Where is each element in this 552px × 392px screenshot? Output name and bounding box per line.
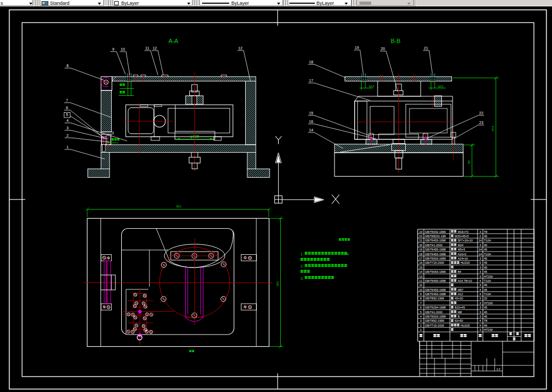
- svg-text:1:3: 1:3: [497, 368, 500, 371]
- svg-text:50: 50: [467, 160, 471, 164]
- svg-text:4: 4: [479, 288, 481, 291]
- svg-text:21: 21: [424, 46, 428, 50]
- svg-text:T10A: T10A: [484, 279, 491, 282]
- svg-text:14: 14: [479, 248, 482, 251]
- svg-text:2.: 2.: [300, 264, 304, 268]
- svg-text:T10A: T10A: [484, 293, 491, 296]
- svg-text:23: 23: [419, 230, 422, 233]
- svg-text:T10A: T10A: [484, 239, 491, 242]
- svg-text:GB/T6453-1998: GB/T6453-1998: [425, 293, 446, 296]
- svg-text:10: 10: [419, 288, 422, 291]
- svg-text:45: 45: [484, 315, 487, 318]
- svg-text:6: 6: [66, 106, 68, 110]
- svg-text:HLD25: HLD25: [461, 324, 470, 327]
- svg-text:4: 4: [66, 119, 69, 122]
- svg-text:3: 3: [479, 275, 481, 278]
- svg-text:A24×10: A24×10: [458, 257, 468, 260]
- svg-text:3: 3: [479, 306, 481, 309]
- svg-text:11: 11: [145, 46, 149, 50]
- svg-text:GB/T892-1999: GB/T892-1999: [425, 297, 444, 300]
- svg-text:4: 4: [420, 315, 422, 318]
- svg-text:A16 78×10: A16 78×10: [458, 279, 472, 282]
- svg-text:20: 20: [381, 47, 385, 51]
- svg-text:2: 2: [479, 235, 481, 238]
- svg-text:HT200: HT200: [484, 275, 493, 278]
- svg-text:45: 45: [484, 311, 487, 314]
- svg-text:3: 3: [479, 315, 481, 318]
- svg-text:4: 4: [479, 293, 481, 296]
- svg-text:3: 3: [479, 297, 481, 300]
- svg-text:M67: M67: [458, 288, 464, 291]
- svg-text:M16×70: M16×70: [458, 230, 469, 233]
- svg-text:45: 45: [484, 257, 487, 260]
- svg-text:19: 19: [355, 46, 359, 49]
- svg-text:3: 3: [479, 328, 481, 331]
- svg-text:9: 9: [420, 293, 422, 296]
- svg-text:1: 1: [420, 328, 422, 331]
- svg-text:12: 12: [419, 279, 422, 282]
- svg-text:7: 7: [420, 302, 422, 305]
- svg-text:9: 9: [112, 47, 114, 51]
- svg-text:20: 20: [484, 297, 487, 300]
- svg-text:3: 3: [479, 257, 481, 260]
- svg-text:T8: T8: [484, 319, 487, 322]
- svg-text:M24: M24: [458, 244, 464, 247]
- svg-text:2: 2: [66, 134, 69, 137]
- svg-text:5: 5: [66, 113, 68, 116]
- svg-text:3: 3: [479, 311, 481, 314]
- svg-text:23: 23: [479, 121, 483, 124]
- svg-text:45: 45: [484, 261, 487, 264]
- svg-text:M20×45×5: M20×45×5: [455, 235, 469, 238]
- svg-text:3: 3: [66, 126, 69, 130]
- svg-text:22: 22: [419, 235, 422, 238]
- svg-text:16: 16: [309, 120, 313, 123]
- svg-text:4: 4: [479, 319, 481, 322]
- svg-text:GB/T715-2000: GB/T715-2000: [425, 324, 444, 327]
- svg-text:1.: 1.: [300, 252, 304, 256]
- svg-text:1: 1: [66, 145, 69, 149]
- svg-text:6: 6: [479, 261, 481, 264]
- svg-text:GB/T41-2000: GB/T41-2000: [425, 244, 442, 247]
- svg-text:14: 14: [479, 239, 482, 242]
- svg-text:HLD20: HLD20: [461, 261, 470, 264]
- svg-text:21: 21: [419, 239, 422, 242]
- svg-text:M8: M8: [458, 311, 462, 314]
- svg-text:8: 8: [420, 297, 422, 300]
- svg-text:19: 19: [419, 248, 422, 251]
- svg-text:2: 2: [420, 324, 422, 327]
- svg-text:13: 13: [419, 275, 422, 278]
- svg-text:14: 14: [419, 270, 422, 273]
- svg-text:3: 3: [479, 230, 481, 233]
- svg-text:18: 18: [419, 253, 422, 256]
- svg-text:4: 4: [479, 279, 481, 282]
- svg-text:5: 5: [420, 311, 422, 314]
- svg-text:60×50: 60×50: [455, 319, 463, 322]
- svg-text:600: 600: [276, 281, 279, 286]
- svg-text:45: 45: [484, 248, 487, 251]
- svg-text:22: 22: [479, 111, 483, 115]
- svg-text:3: 3: [420, 319, 422, 322]
- svg-text:3: 3: [479, 283, 481, 287]
- svg-text:20: 20: [419, 244, 422, 247]
- svg-text:5F7×16×10: 5F7×16×10: [458, 239, 473, 242]
- svg-text:GB/T41-2000: GB/T41-2000: [425, 311, 442, 314]
- svg-text:GB/T6003-1999: GB/T6003-1999: [425, 315, 446, 318]
- svg-text:3: 3: [479, 244, 481, 247]
- svg-text:GB/T715-2000: GB/T715-2000: [425, 261, 444, 264]
- svg-text:T8: T8: [484, 230, 487, 233]
- svg-text:15: 15: [419, 266, 422, 269]
- svg-text:820: 820: [177, 205, 181, 208]
- svg-text:7: 7: [66, 98, 68, 102]
- svg-text:7H6: 7H6: [344, 253, 349, 256]
- svg-text:3: 3: [479, 270, 481, 273]
- svg-text:45: 45: [484, 270, 487, 273]
- svg-text:GB/T68231-199: GB/T68231-199: [425, 235, 446, 238]
- svg-text:17: 17: [419, 257, 422, 260]
- svg-text:B4: B4: [458, 270, 462, 273]
- svg-text:3.: 3.: [300, 277, 304, 280]
- svg-text:15: 15: [309, 111, 313, 115]
- svg-text:HT200: HT200: [484, 328, 493, 331]
- svg-text:GB/T6453-1998: GB/T6453-1998: [425, 288, 446, 291]
- svg-text:474: 474: [491, 126, 495, 131]
- svg-text:B10×45: B10×45: [455, 306, 465, 309]
